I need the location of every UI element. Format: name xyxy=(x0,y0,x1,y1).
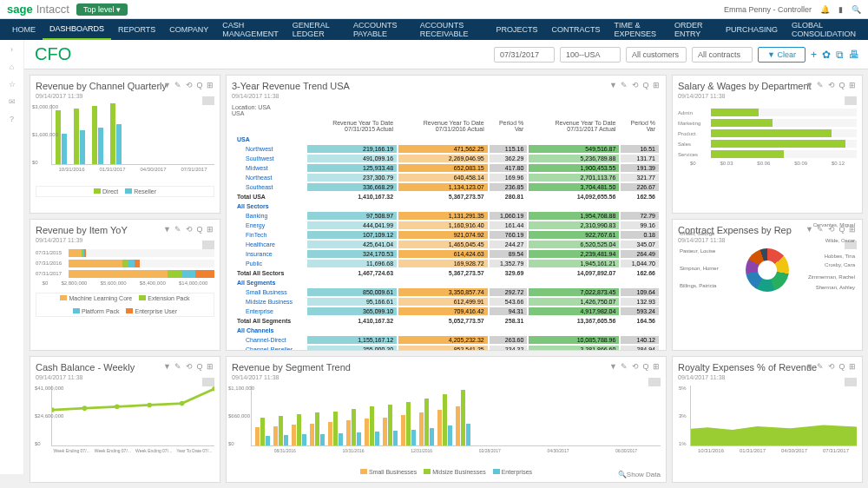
card-timestamp: 09/14/2017 11:38 xyxy=(232,374,661,380)
edit-icon[interactable] xyxy=(202,241,214,249)
chart-royalty: 5%3%1% xyxy=(690,386,857,446)
nav-cash-management[interactable]: CASH MANAGEMENT xyxy=(215,19,286,40)
brand-sage: sage xyxy=(7,3,33,16)
nav-projects[interactable]: PROJECTS xyxy=(489,19,544,40)
chart-item-yoy: 07/31/2015 07/31/2016 07/31/2017 $0$2,80… xyxy=(36,243,214,289)
print-icon[interactable]: 🖶 xyxy=(849,49,859,61)
card-revenue-channel: ▼ ✎ ⟲ Q ⊞ Revenue by Channel Quarterly 0… xyxy=(30,75,220,214)
svg-point-4 xyxy=(180,401,185,406)
card-timestamp: 09/14/2017 11:38 xyxy=(678,93,857,99)
leftrail: › ⌂ ☆ ✉ ? xyxy=(0,40,24,474)
gear-icon[interactable]: ✿ xyxy=(822,49,831,61)
nav-general-ledger[interactable]: GENERAL LEDGER xyxy=(286,19,346,40)
menu-icon[interactable]: › xyxy=(10,45,13,54)
nav-order-entry[interactable]: ORDER ENTRY xyxy=(667,19,719,40)
card-timestamp: 09/14/2017 11:38 xyxy=(36,374,214,380)
card-tools[interactable]: ▼ ✎ ⟲ Q ⊞ xyxy=(806,81,857,89)
topbar: sage Intacct Top level ▾ Emma Penny - Co… xyxy=(0,0,868,19)
show-data-button[interactable]: 🔍Show Data xyxy=(618,471,661,478)
card-tools[interactable]: ▼ ✎ ⟲ Q ⊞ xyxy=(609,362,661,371)
card-revenue-segment: ▼ ✎ ⟲ Q ⊞ Revenue by Segment Trend 09/14… xyxy=(226,356,667,483)
filter-entity[interactable]: 100--USA xyxy=(560,47,621,63)
brand-intacct: Intacct xyxy=(36,3,69,16)
card-tools[interactable]: ▼ ✎ ⟲ Q ⊞ xyxy=(163,81,214,89)
nav-accounts-receivable[interactable]: ACCOUNTS RECEIVABLE xyxy=(413,19,490,40)
card-contract-expenses: ▼ ✎ ⟲ Q ⊞ Contract Expenses by Rep 09/14… xyxy=(672,219,863,352)
level-dropdown[interactable]: Top level ▾ xyxy=(76,3,128,16)
star-icon[interactable]: ☆ xyxy=(9,80,16,89)
main-nav: HOME DASHBOARDS REPORTS COMPANY CASH MAN… xyxy=(0,19,868,40)
legend: DirectReseller xyxy=(36,186,214,197)
edit-icon[interactable] xyxy=(845,96,857,105)
card-3year-trend: ▼ ✎ ⟲ Q ⊞ 3-Year Revenue Trend USA 09/14… xyxy=(226,75,667,351)
brand: sage Intacct xyxy=(7,3,69,16)
nav-contracts[interactable]: CONTRACTS xyxy=(545,19,608,40)
chart-revenue-channel: $3,000,000$1,600,000$0 10/31/201601/31/2… xyxy=(36,104,214,182)
card-title: 3-Year Revenue Trend USA xyxy=(232,81,661,91)
filter-contracts[interactable]: All contracts xyxy=(692,47,753,63)
legend: Machine Learning Core Extension Pack Pla… xyxy=(36,293,214,317)
nav-dashboards[interactable]: DASHBOARDS xyxy=(43,19,111,40)
svg-point-2 xyxy=(115,405,120,410)
card-timestamp: 09/14/2017 11:38 xyxy=(678,374,857,380)
add-icon[interactable]: + xyxy=(811,49,817,61)
home-icon[interactable]: ⌂ xyxy=(10,63,14,71)
filters: 07/31/2017 100--USA All customers All co… xyxy=(494,47,859,63)
location-value: USA xyxy=(232,110,661,116)
dashboard-grid: ▼ ✎ ⟲ Q ⊞ Revenue by Channel Quarterly 0… xyxy=(24,69,868,488)
nav-purchasing[interactable]: PURCHASING xyxy=(719,19,785,40)
card-timestamp: 09/14/2017 11:38 xyxy=(232,93,661,99)
nav-home[interactable]: HOME xyxy=(5,19,43,40)
card-revenue-item-yoy: ▼ ✎ ⟲ Q ⊞ Revenue by Item YoY 09/14/2017… xyxy=(30,219,220,352)
card-cash-balance: ▼ ✎ ⟲ Q ⊞ Cash Balance - Weekly 09/14/20… xyxy=(30,356,220,483)
svg-point-1 xyxy=(82,406,88,411)
card-tools[interactable]: ▼ ✎ ⟲ Q ⊞ xyxy=(609,81,661,89)
filter-date[interactable]: 07/31/2017 xyxy=(494,47,555,63)
chart-segment: $1,100,000$660,000$0 08/31/201610/31/201… xyxy=(232,386,661,464)
content: ▼ ✎ ⟲ Q ⊞ Revenue by Channel Quarterly 0… xyxy=(0,69,868,488)
subbar: › ⌂ ☆ ✉ ? CFO 07/31/2017 100--USA All cu… xyxy=(0,40,868,69)
svg-point-3 xyxy=(147,403,152,408)
user-label[interactable]: Emma Penny - Controller xyxy=(724,5,812,14)
clear-button[interactable]: ▼ Clear xyxy=(758,47,806,63)
message-icon[interactable]: ✉ xyxy=(9,97,16,106)
filter-customers[interactable]: All customers xyxy=(626,47,687,63)
chart-contract-pie: Orwell, George Pasteur, Louise Simpson, … xyxy=(678,248,857,335)
page-title: CFO xyxy=(35,44,71,64)
card-tools[interactable]: ▼ ✎ ⟲ Q ⊞ xyxy=(163,362,214,371)
nav-global-consolidation[interactable]: GLOBAL CONSOLIDATION xyxy=(785,19,863,40)
card-tools[interactable]: ▼ ✎ ⟲ Q ⊞ xyxy=(806,362,857,371)
nav-accounts-payable[interactable]: ACCOUNTS PAYABLE xyxy=(346,19,413,40)
card-royalty-expenses: ▼ ✎ ⟲ Q ⊞ Royalty Expenses % of Revenue … xyxy=(672,356,863,483)
pie-chart xyxy=(746,248,789,292)
card-salary-wages: ▼ ✎ ⟲ Q ⊞ Salary & Wages by Department 0… xyxy=(672,75,863,214)
trend-table: Revenue Year To Date 07/31/2015 ActualRe… xyxy=(232,116,661,351)
notification-icon[interactable]: 🔔 xyxy=(820,5,830,14)
svg-point-0 xyxy=(52,407,55,412)
topbar-right: Emma Penny - Controller 🔔 ▮ 🔍 xyxy=(724,5,861,14)
card-title: Revenue by Segment Trend xyxy=(232,362,661,373)
card-timestamp: 09/14/2017 11:39 xyxy=(36,93,214,99)
chart-salary: Admin Marketing Product Sales Services $… xyxy=(678,102,857,169)
card-timestamp: 09/14/2017 11:39 xyxy=(36,237,214,243)
nav-reports[interactable]: REPORTS xyxy=(111,19,162,40)
location-label: Location: USA xyxy=(232,104,661,110)
nav-time-expenses[interactable]: TIME & EXPENSES xyxy=(608,19,667,40)
card-tools[interactable]: ▼ ✎ ⟲ Q ⊞ xyxy=(163,225,214,234)
copy-icon[interactable]: ⧉ xyxy=(836,49,844,61)
legend: Small Businesses Midsize Businesses Ente… xyxy=(232,467,661,477)
help-icon[interactable]: ? xyxy=(10,115,14,123)
nav-company[interactable]: COMPANY xyxy=(162,19,215,40)
chart-cash-line: $41,000,000$24,600,000$0 xyxy=(51,386,214,446)
bookmark-icon[interactable]: ▮ xyxy=(838,5,843,14)
search-icon[interactable]: 🔍 xyxy=(852,5,861,14)
